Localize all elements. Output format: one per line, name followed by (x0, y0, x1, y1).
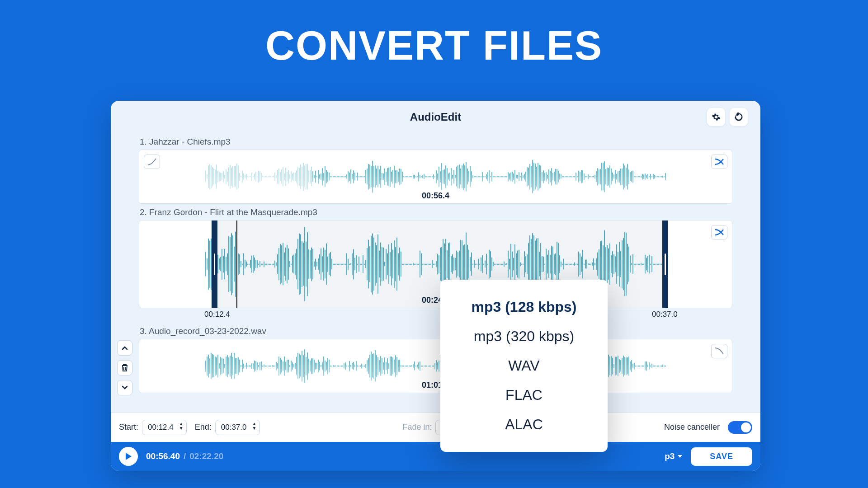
selection-handle-left[interactable] (214, 253, 215, 275)
waveform[interactable] (139, 158, 732, 196)
waveform[interactable] (139, 347, 732, 385)
settings-button[interactable] (707, 108, 725, 126)
format-dropdown-trigger[interactable]: p3 (665, 451, 683, 461)
track-2[interactable]: 00:13.2 00:24.6 (139, 220, 732, 308)
end-stepper[interactable]: 00:37.0▲▼ (215, 420, 260, 435)
fade-in-icon (147, 158, 157, 166)
svg-marker-1 (678, 455, 682, 458)
format-option[interactable]: WAV (449, 351, 599, 380)
play-icon (125, 452, 132, 460)
track-duration: 00:56.4 (422, 191, 449, 201)
format-dropdown: mp3 (128 kbps) mp3 (320 kbps) WAV FLAC A… (440, 280, 608, 452)
app-window: AudioEdit 1. Jahzzar - Chiefs.mp3 00:56.… (111, 101, 760, 471)
selection-handle-right[interactable] (665, 253, 666, 275)
start-label: Start: (119, 422, 138, 432)
crossfade-icon (714, 229, 724, 236)
app-title: AudioEdit (410, 111, 461, 123)
track-3[interactable]: 01:01.2 (139, 339, 732, 393)
chevron-up-icon (122, 346, 128, 350)
play-button[interactable] (119, 447, 138, 466)
trash-icon (121, 364, 128, 372)
track-1[interactable]: 00:56.4 (139, 150, 732, 204)
format-option[interactable]: mp3 (128 kbps) (449, 292, 599, 322)
delete-button[interactable] (117, 360, 132, 375)
playbar: 00:56.40 / 02:22.20 p3 SAVE (111, 442, 760, 471)
tracks-panel: 1. Jahzzar - Chiefs.mp3 00:56.4 2. Franz… (111, 137, 760, 393)
fade-out-button[interactable] (711, 344, 727, 358)
crossfade-button[interactable] (711, 225, 727, 239)
end-label: End: (195, 422, 212, 432)
track-label: 2. Franz Gordon - Flirt at the Masquerad… (140, 207, 732, 217)
move-down-button[interactable] (117, 380, 132, 395)
timeline: 00:12.4 00:37.0 (139, 310, 732, 322)
gear-icon (712, 113, 721, 122)
fade-in-button[interactable] (144, 155, 160, 169)
crossfade-button[interactable] (711, 155, 727, 169)
undo-button[interactable] (730, 108, 748, 126)
save-button[interactable]: SAVE (691, 447, 752, 466)
format-option[interactable]: FLAC (449, 380, 599, 410)
format-option[interactable]: mp3 (320 kbps) (449, 322, 599, 351)
start-stepper[interactable]: 00:12.4▲▼ (142, 420, 187, 435)
time-current: 00:56.40 (146, 451, 180, 461)
timeline-end: 00:37.0 (652, 310, 678, 319)
crossfade-icon (714, 158, 724, 165)
caret-down-icon (677, 455, 683, 458)
controls-bar: Start: 00:12.4▲▼ End: 00:37.0▲▼ Fade in:… (111, 412, 760, 442)
track-side-controls (117, 340, 132, 395)
fade-in-label: Fade in: (402, 422, 432, 432)
fade-out-icon (714, 347, 724, 355)
move-up-button[interactable] (117, 340, 132, 356)
timeline-start: 00:12.4 (204, 310, 230, 319)
track-label: 3. Audio_record_03-23-2022.wav (140, 326, 732, 336)
time-total: 02:22.20 (189, 451, 223, 461)
hero-title: CONVERT FILES (0, 0, 868, 69)
app-header: AudioEdit (111, 101, 760, 133)
track-label: 1. Jahzzar - Chiefs.mp3 (140, 137, 732, 147)
noise-canceller-label: Noise canceller (664, 422, 720, 432)
svg-marker-0 (126, 453, 132, 460)
chevron-down-icon (122, 385, 128, 390)
format-option[interactable]: ALAC (449, 410, 599, 439)
noise-canceller-toggle[interactable] (728, 421, 752, 434)
playhead[interactable]: 00:13.2 (236, 221, 237, 308)
